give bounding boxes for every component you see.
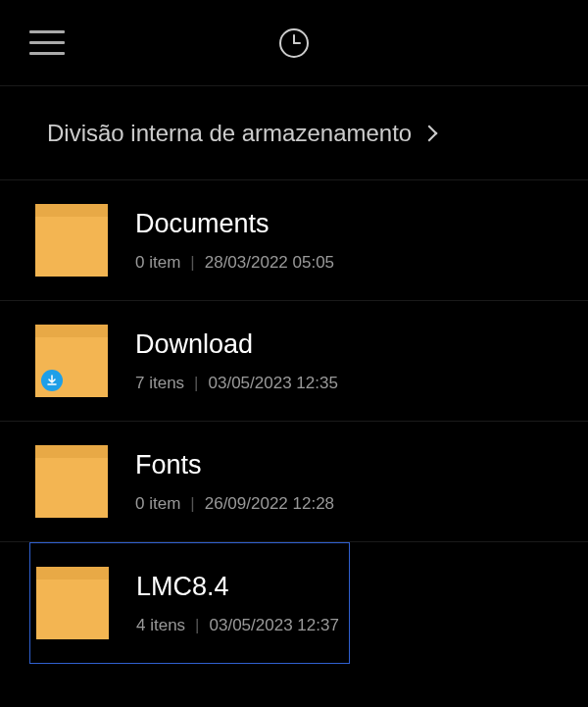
item-text: Documents 0 item | 28/03/2022 05:05 — [135, 209, 334, 273]
menu-icon[interactable] — [29, 30, 65, 55]
item-name: LMC8.4 — [136, 572, 339, 602]
item-count: 4 itens — [136, 616, 185, 635]
item-meta: 0 item | 26/09/2022 12:28 — [135, 494, 334, 514]
item-name: Documents — [135, 209, 334, 239]
meta-separator: | — [190, 494, 194, 514]
item-date: 28/03/2022 05:05 — [205, 253, 334, 273]
list-item[interactable]: Fonts 0 item | 26/09/2022 12:28 — [0, 422, 588, 542]
item-count: 0 item — [135, 494, 180, 514]
item-meta: 7 itens | 03/05/2023 12:35 — [135, 374, 338, 393]
item-name: Download — [135, 329, 338, 360]
item-text: Download 7 itens | 03/05/2023 12:35 — [135, 329, 338, 393]
item-date: 03/05/2023 12:37 — [210, 616, 339, 635]
item-date: 26/09/2022 12:28 — [205, 494, 334, 514]
item-date: 03/05/2023 12:35 — [209, 374, 338, 393]
item-text: LMC8.4 4 itens | 03/05/2023 12:37 — [136, 572, 339, 635]
top-bar — [0, 0, 588, 86]
item-count: 7 itens — [135, 374, 184, 393]
folder-icon — [35, 325, 108, 397]
meta-separator: | — [194, 374, 198, 393]
meta-separator: | — [190, 253, 194, 273]
meta-separator: | — [195, 616, 199, 635]
list-item[interactable]: Documents 0 item | 28/03/2022 05:05 — [0, 180, 588, 301]
breadcrumb[interactable]: Divisão interna de armazenamento — [0, 86, 588, 180]
list-item[interactable]: Download 7 itens | 03/05/2023 12:35 — [0, 301, 588, 422]
list-item[interactable]: LMC8.4 4 itens | 03/05/2023 12:37 — [29, 542, 350, 664]
chevron-right-icon — [421, 125, 438, 141]
item-name: Fonts — [135, 450, 334, 480]
folder-icon — [35, 204, 108, 277]
file-list: Documents 0 item | 28/03/2022 05:05 Down… — [0, 180, 588, 664]
folder-icon — [35, 445, 108, 518]
item-meta: 4 itens | 03/05/2023 12:37 — [136, 616, 339, 635]
download-badge-icon — [41, 370, 63, 391]
recent-icon[interactable] — [278, 27, 310, 59]
folder-icon — [36, 567, 109, 639]
item-text: Fonts 0 item | 26/09/2022 12:28 — [135, 450, 334, 514]
item-count: 0 item — [135, 253, 180, 273]
item-meta: 0 item | 28/03/2022 05:05 — [135, 253, 334, 273]
breadcrumb-label: Divisão interna de armazenamento — [47, 120, 412, 147]
